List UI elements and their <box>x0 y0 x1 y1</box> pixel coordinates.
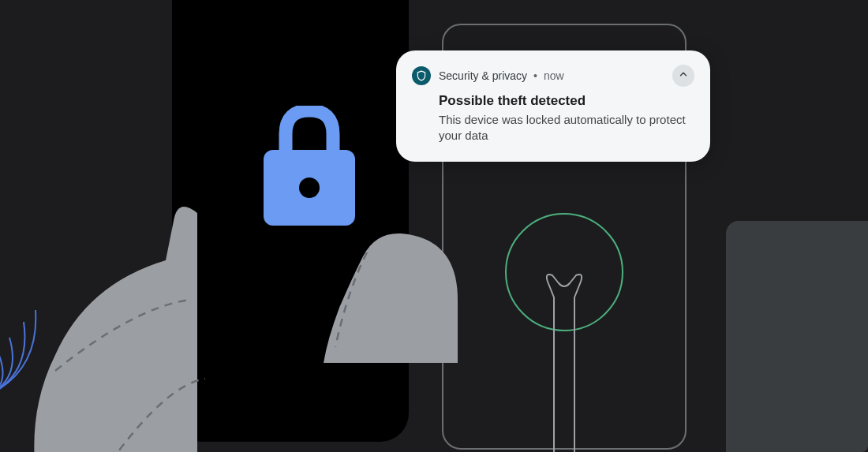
notification-time: now <box>544 69 564 82</box>
notification-card[interactable]: Security & privacy • now Possible theft … <box>396 50 710 162</box>
thumb-illustration <box>324 205 458 363</box>
svg-point-1 <box>299 177 320 198</box>
separator-dot: • <box>533 69 537 82</box>
collapse-button[interactable] <box>672 65 694 87</box>
notification-app-name: Security & privacy <box>439 69 527 82</box>
chevron-up-icon <box>678 69 689 83</box>
shield-icon <box>412 66 431 85</box>
notification-body: Possible theft detected This device was … <box>439 93 694 144</box>
notification-title: Possible theft detected <box>439 93 694 109</box>
notification-meta: Security & privacy • now <box>439 69 564 82</box>
notification-message: This device was locked automatically to … <box>439 112 694 144</box>
notification-header: Security & privacy • now <box>412 65 694 87</box>
tree-trunk-icon <box>543 272 586 452</box>
background-panel <box>726 221 868 452</box>
